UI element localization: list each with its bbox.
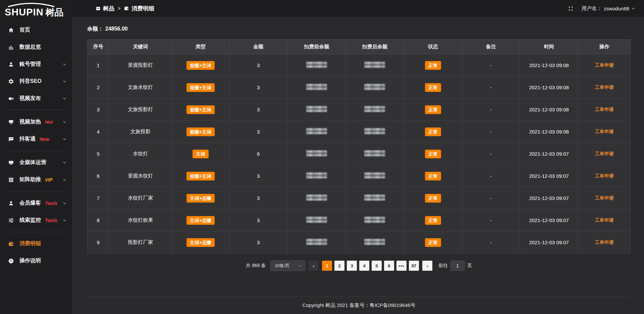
balance-after-cell [346, 143, 404, 165]
next-page-button[interactable]: › [422, 261, 432, 271]
sidebar-item-label: 线索监控 [19, 217, 41, 224]
sidebar-item-clue-monitor[interactable]: 线索监控 Tools [0, 212, 72, 229]
prev-page-button[interactable]: ‹ [309, 261, 319, 271]
video-icon [8, 96, 14, 102]
ticket-apply-link[interactable]: 工单申请 [595, 173, 613, 178]
table-header-row: 序号关键词类型金额扣费前余额扣费后余额状态备注时间操作 [88, 40, 631, 54]
sidebar-item-consume-detail[interactable]: 消费明细 [0, 235, 72, 252]
column-header: 扣费前余额 [287, 40, 346, 54]
chevron-down-icon [62, 177, 67, 182]
sidebar-item-media-operation[interactable]: 全媒体运营 [0, 154, 72, 171]
page-button-2[interactable]: 2 [334, 261, 344, 271]
ticket-apply-link[interactable]: 工单申请 [595, 240, 613, 245]
keyword-cell: 水纹灯效果 [109, 209, 172, 231]
status-badge: 正常 [425, 238, 441, 247]
sidebar-item-video-publish[interactable]: 视频发布 [0, 90, 72, 107]
table-row: 9投影灯厂家主词+后缀3正常-2021-12-03 09:07工单申请 [88, 231, 631, 254]
sidebar-item-douyin-seo[interactable]: 抖音SEO [0, 73, 72, 90]
page-button-6[interactable]: 6 [384, 261, 394, 271]
chevron-down-icon [62, 96, 67, 101]
ticket-apply-link[interactable]: 工单申请 [595, 195, 613, 201]
remark-cell: - [462, 143, 520, 165]
chevron-down-icon [62, 62, 67, 66]
time-cell: 2021-12-03 09:08 [520, 99, 578, 121]
column-header: 类型 [172, 40, 229, 54]
ticket-apply-link[interactable]: 工单申请 [595, 62, 613, 68]
column-header: 金额 [229, 40, 287, 54]
action-cell: 工单申请 [578, 165, 630, 187]
column-header: 序号 [88, 40, 109, 54]
footer: Copyright 树品 2021 备案号：粤ICP备09019646号 [87, 297, 631, 314]
balance-after-cell [346, 121, 404, 143]
sidebar-item-account-management[interactable]: 账号管理 [0, 56, 72, 73]
chevron-down-icon [62, 218, 67, 222]
page-size-select[interactable]: 10条/页 [270, 260, 305, 271]
remark-cell: - [462, 99, 520, 121]
page-button-1[interactable]: 1 [322, 261, 332, 271]
ticket-apply-link[interactable]: 工单申请 [595, 107, 613, 112]
index-cell: 7 [88, 187, 109, 209]
status-badge: 正常 [425, 150, 441, 158]
breadcrumb-label: 树品 [103, 5, 114, 12]
index-cell: 1 [88, 54, 109, 76]
sidebar-item-video-heat[interactable]: 视频加热 Hot [0, 113, 72, 130]
remark-cell: - [462, 165, 520, 187]
sidebar-item-member-burst[interactable]: 会员爆客 Tools [0, 195, 72, 212]
username-label: 用户名： [582, 5, 602, 12]
table-row: 5水纹灯主词6正常-2021-12-03 09:07工单申请 [88, 143, 631, 165]
main-content: 余额：24856.00 序号关键词类型金额扣费前余额扣费后余额状态备注时间操作 … [72, 17, 644, 314]
status-cell: 正常 [404, 54, 462, 76]
sidebar-item-data-overview[interactable]: 数据总览 [0, 39, 72, 56]
balance-after-cell [346, 76, 404, 99]
action-cell: 工单申请 [578, 187, 630, 209]
fullscreen-icon[interactable] [567, 5, 574, 12]
page-size-value: 10条/页 [275, 263, 289, 269]
action-cell: 工单申请 [578, 231, 630, 254]
chart-icon [8, 44, 14, 50]
user-menu[interactable]: 用户名： zswodun88 [582, 5, 635, 12]
sidebar-item-operation-guide[interactable]: ? 操作说明 [0, 252, 72, 269]
amount-cell: 3 [229, 165, 287, 187]
status-cell: 正常 [404, 99, 462, 121]
page-button-3[interactable]: 3 [347, 261, 357, 271]
type-badge: 主词+后缀 [186, 238, 215, 247]
breadcrumb-item-shupin[interactable]: 树品 [96, 5, 114, 12]
ticket-apply-link[interactable]: 工单申请 [595, 151, 613, 156]
balance-after-cell [346, 99, 404, 121]
keyword-cell: 景观投影灯 [109, 54, 172, 76]
type-cell: 主词+后缀 [172, 231, 229, 254]
keyword-cell: 水纹灯厂家 [109, 187, 172, 209]
page-button-5[interactable]: 5 [372, 261, 382, 271]
censored-value [306, 172, 327, 178]
sidebar-item-doukotong[interactable]: 抖客通 New [0, 130, 72, 148]
menu-divider [6, 191, 66, 192]
app-logo: SHUPIN 树品 [0, 0, 72, 21]
status-badge: 正常 [425, 83, 441, 92]
type-cell: 主词 [172, 143, 229, 165]
censored-value [364, 217, 385, 223]
sidebar-item-badge: Tools [45, 201, 57, 206]
type-cell: 主词+后缀 [172, 209, 229, 231]
menu-divider [6, 232, 66, 232]
page-button-97[interactable]: 97 [409, 261, 419, 271]
user-icon [8, 61, 14, 67]
sidebar-item-matrix-boost[interactable]: 矩阵助推 VIP [0, 171, 72, 188]
breadcrumb-item-consume-detail[interactable]: 消费明细 [124, 5, 154, 12]
wallet-icon [124, 6, 129, 11]
index-cell: 9 [88, 231, 109, 254]
sidebar-item-home[interactable]: 首页 [0, 21, 72, 39]
goto-page-input[interactable] [450, 261, 465, 271]
ticket-apply-link[interactable]: 工单申请 [595, 217, 613, 223]
type-badge: 前缀+主词 [186, 127, 215, 136]
page-ellipsis-button[interactable]: ••• [396, 261, 407, 271]
amount-cell: 3 [229, 209, 287, 231]
keyword-cell: 文旅投影灯 [109, 99, 172, 121]
index-cell: 2 [88, 76, 109, 99]
wallet-icon [8, 241, 14, 247]
ticket-apply-link[interactable]: 工单申请 [595, 85, 613, 90]
censored-value [306, 239, 327, 245]
censored-value [364, 195, 385, 201]
ticket-apply-link[interactable]: 工单申请 [595, 129, 613, 134]
censored-value [306, 62, 327, 68]
page-button-4[interactable]: 4 [359, 261, 369, 271]
